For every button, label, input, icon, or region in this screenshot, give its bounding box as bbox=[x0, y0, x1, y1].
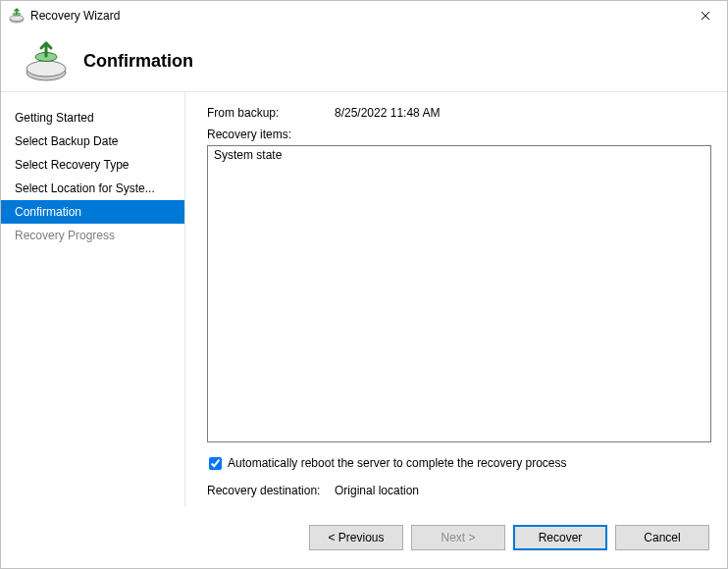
from-backup-value: 8/25/2022 11:48 AM bbox=[335, 106, 440, 120]
wizard-step[interactable]: Confirmation bbox=[1, 200, 184, 224]
cancel-button[interactable]: Cancel bbox=[615, 525, 709, 550]
from-backup-label: From backup: bbox=[207, 106, 335, 120]
destination-row: Recovery destination: Original location bbox=[207, 484, 711, 497]
close-button[interactable] bbox=[683, 1, 727, 30]
main: Getting StartedSelect Backup DateSelect … bbox=[1, 92, 727, 507]
wizard-step-label: Select Location for Syste... bbox=[15, 181, 155, 195]
wizard-icon bbox=[25, 39, 68, 82]
wizard-step: Recovery Progress bbox=[1, 224, 184, 247]
recovery-items-listbox[interactable]: System state bbox=[207, 145, 711, 442]
wizard-step[interactable]: Select Location for Syste... bbox=[1, 177, 184, 200]
recovery-items-label: Recovery items: bbox=[207, 128, 711, 141]
reboot-checkbox-label: Automatically reboot the server to compl… bbox=[228, 456, 567, 470]
wizard-step-label: Select Recovery Type bbox=[15, 158, 130, 172]
titlebar: Recovery Wizard bbox=[1, 1, 727, 30]
wizard-step-label: Confirmation bbox=[15, 205, 81, 219]
reboot-checkbox-row[interactable]: Automatically reboot the server to compl… bbox=[207, 456, 711, 470]
from-backup-row: From backup: 8/25/2022 11:48 AM bbox=[207, 106, 711, 120]
page-title: Confirmation bbox=[83, 51, 193, 72]
wizard-step[interactable]: Select Backup Date bbox=[1, 129, 184, 153]
wizard-step-label: Getting Started bbox=[15, 111, 94, 125]
wizard-step[interactable]: Select Recovery Type bbox=[1, 153, 184, 177]
list-item[interactable]: System state bbox=[214, 148, 704, 162]
destination-value: Original location bbox=[335, 484, 419, 497]
wizard-step-label: Recovery Progress bbox=[15, 229, 115, 242]
wizard-step-label: Select Backup Date bbox=[15, 134, 118, 148]
app-icon bbox=[9, 8, 25, 24]
wizard-steps-sidebar: Getting StartedSelect Backup DateSelect … bbox=[1, 92, 184, 507]
wizard-header: Confirmation bbox=[1, 30, 727, 91]
recover-button[interactable]: Recover bbox=[513, 525, 607, 550]
wizard-step[interactable]: Getting Started bbox=[1, 106, 184, 129]
previous-button[interactable]: < Previous bbox=[309, 525, 403, 550]
wizard-footer: < Previous Next > Recover Cancel bbox=[1, 507, 727, 568]
destination-label: Recovery destination: bbox=[207, 484, 335, 497]
window-title: Recovery Wizard bbox=[30, 9, 683, 23]
svg-point-4 bbox=[26, 61, 66, 77]
next-button: Next > bbox=[411, 525, 505, 550]
reboot-checkbox[interactable] bbox=[209, 457, 222, 470]
wizard-content: From backup: 8/25/2022 11:48 AM Recovery… bbox=[185, 92, 727, 507]
